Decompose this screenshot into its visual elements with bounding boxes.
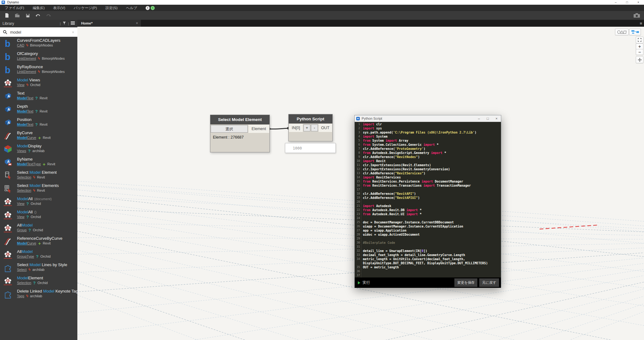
close-window-button[interactable]: ×: [633, 0, 644, 5]
category-link[interactable]: Tags: [17, 294, 24, 299]
run-button[interactable]: 実行: [358, 280, 370, 285]
library-item[interactable]: ATextModelText?Revit: [0, 90, 77, 103]
redo-button[interactable]: [45, 12, 52, 19]
library-item[interactable]: ModelElementSelection?Orchid: [0, 275, 77, 288]
category-link[interactable]: CAD: [17, 43, 24, 48]
category-link[interactable]: Selection: [17, 281, 31, 285]
category-link[interactable]: ModelText: [17, 109, 33, 114]
input-port-in0[interactable]: IN[0]: [289, 124, 303, 132]
category-link[interactable]: Group: [17, 228, 27, 233]
library-item[interactable]: ESelect Model ElementsSelectionϟRevit: [0, 182, 77, 195]
editor-maximize-button[interactable]: □: [483, 116, 492, 122]
category-link[interactable]: ModelText: [17, 122, 33, 127]
export-image-button[interactable]: [633, 12, 640, 19]
editor-close-button[interactable]: ×: [492, 116, 501, 122]
editor-minimize-button[interactable]: –: [475, 116, 483, 122]
open-file-button[interactable]: [14, 12, 21, 19]
library-item[interactable]: Select Model ElementSelectionϟRevit: [0, 169, 77, 182]
minimize-window-button[interactable]: –: [610, 0, 621, 5]
undo-button[interactable]: [35, 12, 42, 19]
pan-button[interactable]: [636, 56, 643, 63]
category-link[interactable]: ModelCurve: [17, 241, 36, 246]
graph-view-button[interactable]: [629, 29, 641, 35]
workspace-canvas[interactable]: Select Model Element 選択 Element Element …: [77, 27, 644, 340]
new-file-button[interactable]: [3, 12, 10, 19]
category-link[interactable]: LinkElement: [17, 69, 36, 74]
node-title[interactable]: Python Script: [289, 114, 332, 123]
category-link[interactable]: LinkElement: [17, 56, 36, 61]
menu-packages[interactable]: パッケージ(P): [74, 6, 97, 10]
category-link[interactable]: Selection: [17, 188, 31, 193]
library-layout-button[interactable]: [71, 21, 75, 25]
undo-icon: [35, 13, 41, 18]
search-clear-icon[interactable]: ×: [72, 30, 74, 35]
library-item-category-row: ModelText?Revit: [17, 122, 47, 127]
library-item[interactable]: bByRayBounceLinkElementϟBimorphNodes: [0, 63, 77, 77]
category-link[interactable]: View: [17, 215, 25, 219]
library-item[interactable]: ByCurveModelCurve+Revit: [0, 129, 77, 143]
save-changes-button[interactable]: 変更を保存: [454, 278, 477, 287]
output-port-element[interactable]: Element: [248, 125, 269, 133]
menu-view[interactable]: 表示(V): [53, 6, 65, 10]
category-link[interactable]: Selection: [17, 175, 31, 180]
geometry-view-button[interactable]: [615, 29, 629, 35]
restore-window-button[interactable]: □: [621, 0, 633, 5]
remove-input-button[interactable]: -: [311, 124, 318, 131]
category-link[interactable]: ModelText: [17, 96, 33, 101]
menu-settings[interactable]: 設定(S): [105, 6, 117, 10]
zoom-out-button[interactable]: −: [636, 49, 643, 55]
library-item[interactable]: ModelAll()View?Orchid: [0, 209, 77, 222]
library-item[interactable]: bCurvesFromCADLayersCADϟBimorphNodes: [0, 37, 77, 50]
library-item[interactable]: AllModelGroup?Orchid: [0, 222, 77, 235]
category-link[interactable]: ModelTextType: [17, 162, 41, 167]
library-item[interactable]: Model ViewsViewϟOrchid: [0, 77, 77, 90]
select-button[interactable]: 選択: [211, 125, 248, 133]
menu-file[interactable]: ファイル(F): [5, 6, 24, 10]
library-item[interactable]: Delete Linked Model Keynote TagsTagsϟarc…: [0, 288, 77, 301]
tab-home[interactable]: Home* ×: [77, 20, 141, 27]
library-item[interactable]: ReferenceCurveByCurveModelCurve+Revit: [0, 235, 77, 248]
python-script-editor-window[interactable]: R Python Script – □ × 1import clr2import…: [354, 115, 501, 288]
node-python-script[interactable]: Python Script IN[0] + - OUT: [288, 114, 333, 141]
add-input-button[interactable]: +: [303, 124, 310, 131]
node-preview-bubble[interactable]: 1000: [285, 143, 336, 153]
python-code-editor[interactable]: 1import clr2import sys3sys.path.append('…: [355, 122, 501, 277]
category-link[interactable]: GroupType: [17, 254, 34, 259]
node-body-value: Element : 276687: [210, 133, 269, 152]
code-line: 1import clr: [355, 122, 501, 126]
library-item[interactable]: ADepthModelText?Revit: [0, 103, 77, 116]
search-input[interactable]: [9, 30, 72, 35]
save-button[interactable]: [24, 12, 31, 19]
library-filter-button[interactable]: [63, 21, 66, 25]
library-item[interactable]: AByNameModelTextType+Revit: [0, 156, 77, 169]
tab-list-menu-icon[interactable]: ≡: [640, 21, 642, 26]
zoom-fit-button[interactable]: [636, 36, 643, 43]
library-item[interactable]: Select Model Lines by StyleSelectϟarchil…: [0, 261, 77, 275]
selel-icon: [3, 171, 12, 180]
category-link[interactable]: Views: [17, 149, 26, 153]
category-link[interactable]: View: [17, 201, 25, 206]
library-item[interactable]: ModelAll(document)View?Orchid: [0, 195, 77, 209]
library-item[interactable]: bOfCategoryLinkElementϟBimorphNodes: [0, 50, 77, 63]
python-editor-titlebar[interactable]: R Python Script – □ ×: [355, 115, 501, 122]
menu-edit[interactable]: 編集(E): [33, 6, 45, 10]
tab-close-icon[interactable]: ×: [136, 21, 138, 25]
revert-button[interactable]: 元に戻す: [479, 278, 499, 287]
category-link[interactable]: View: [17, 83, 25, 87]
category-link[interactable]: ModelCurve: [17, 135, 36, 140]
notifications-badge[interactable]: !: [146, 6, 150, 10]
redo-icon: [46, 13, 51, 18]
node-title[interactable]: Select Model Element: [210, 115, 269, 124]
output-port-out[interactable]: OUT: [319, 124, 332, 132]
svg-text:A: A: [8, 107, 10, 111]
menu-help[interactable]: ヘルプ: [126, 6, 137, 10]
category-link[interactable]: Select: [17, 267, 27, 272]
code-line: 7clr.AddReference('ProtoGeometry'): [355, 147, 501, 151]
library-item[interactable]: APositionModelText?Revit: [0, 116, 77, 129]
node-body: [289, 132, 332, 141]
notification-count-badge[interactable]: 6: [151, 6, 155, 10]
zoom-in-button[interactable]: +: [636, 43, 643, 49]
node-select-model-element[interactable]: Select Model Element 選択 Element Element …: [210, 115, 270, 152]
library-item[interactable]: AllModelGroupType?Orchid: [0, 248, 77, 261]
library-item[interactable]: ModelDisplayViews?archilab: [0, 143, 77, 156]
